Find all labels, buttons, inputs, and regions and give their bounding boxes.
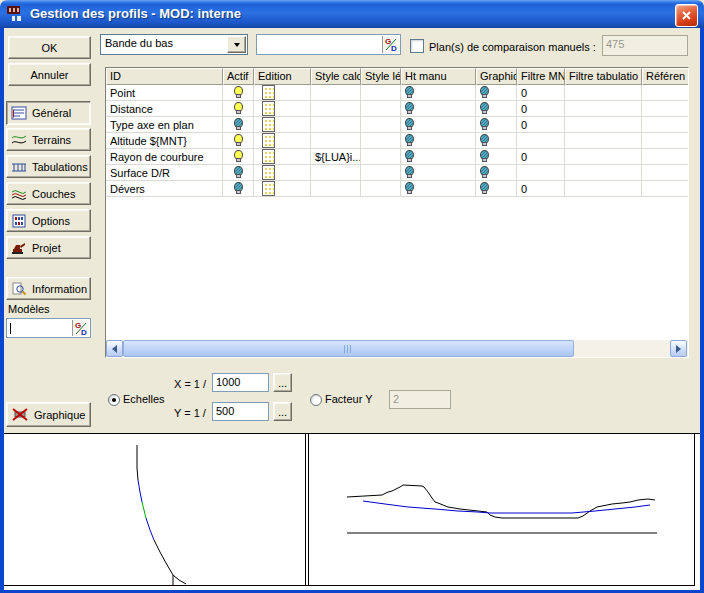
bulb-off-icon[interactable] xyxy=(405,102,414,115)
column-header[interactable]: Filtre tabulatio xyxy=(565,68,642,85)
bulb-on-icon[interactable] xyxy=(234,86,243,99)
bulb-off-icon[interactable] xyxy=(405,150,414,163)
cell-reference xyxy=(642,181,689,197)
table-row[interactable]: Altitude ${MNT} xyxy=(106,133,688,149)
column-header[interactable]: Référen xyxy=(642,68,689,85)
bulb-off-icon[interactable] xyxy=(480,182,489,195)
bulb-on-icon[interactable] xyxy=(234,150,243,163)
bulb-off-icon[interactable] xyxy=(234,118,243,131)
edit-grid-icon[interactable] xyxy=(262,149,275,164)
cell-edition xyxy=(254,101,311,117)
bulb-off-icon[interactable] xyxy=(480,150,489,163)
echelles-label: Echelles xyxy=(123,393,165,405)
column-header[interactable]: Graphiq xyxy=(476,68,517,85)
close-button[interactable] xyxy=(675,4,698,27)
comparison-plans-input: 475 xyxy=(602,35,688,56)
bulb-off-icon[interactable] xyxy=(480,166,489,179)
cell-filtre-mnt xyxy=(517,133,565,149)
table-row[interactable]: Dévers0 xyxy=(106,181,688,197)
edit-grid-icon[interactable] xyxy=(262,85,275,100)
comparison-plans-checkbox[interactable] xyxy=(410,39,424,53)
modeles-input[interactable]: G D xyxy=(6,318,91,338)
cell-id[interactable]: Point xyxy=(106,85,223,101)
column-header[interactable]: Style calc xyxy=(311,68,361,85)
facteur-y-label: Facteur Y xyxy=(325,393,373,405)
cell-id[interactable]: Distance xyxy=(106,101,223,117)
table-header-row: IDActifEditionStyle calcStyle léHt manuG… xyxy=(106,68,688,85)
options-icon xyxy=(11,214,27,228)
tab-options-label: Options xyxy=(32,215,70,227)
bulb-off-icon[interactable] xyxy=(480,118,489,131)
tab-couches[interactable]: Couches xyxy=(6,182,91,205)
band-dropdown[interactable]: Bande du bas xyxy=(100,34,248,55)
bulb-off-icon[interactable] xyxy=(234,166,243,179)
table-row[interactable]: Rayon de courbure${LUA}i...0 xyxy=(106,149,688,165)
tab-tabulations[interactable]: Tabulations xyxy=(6,155,91,178)
echelles-radio[interactable] xyxy=(108,394,120,406)
cell-style-calc xyxy=(311,85,361,101)
cancel-button[interactable]: Annuler xyxy=(8,63,91,86)
bulb-on-icon[interactable] xyxy=(234,134,243,147)
column-header[interactable]: ID xyxy=(106,68,223,85)
bulb-off-icon[interactable] xyxy=(405,166,414,179)
column-header[interactable]: Style lé xyxy=(361,68,401,85)
column-header[interactable]: Actif xyxy=(223,68,254,85)
column-header[interactable]: Filtre MN xyxy=(517,68,565,85)
bulb-off-icon[interactable] xyxy=(234,182,243,195)
cell-actif xyxy=(223,165,254,181)
cell-id[interactable]: Rayon de courbure xyxy=(106,149,223,165)
table-row[interactable]: Surface D/R xyxy=(106,165,688,181)
scroll-right-button[interactable] xyxy=(670,340,687,357)
edit-grid-icon[interactable] xyxy=(262,181,275,196)
cell-id[interactable]: Dévers xyxy=(106,181,223,197)
modeles-gd-picker-button[interactable]: G D xyxy=(72,320,89,336)
edit-grid-icon[interactable] xyxy=(262,117,275,132)
tab-general[interactable]: Général xyxy=(6,101,91,125)
tab-options[interactable]: Options xyxy=(6,209,91,232)
title-bar[interactable]: Gestion des profils - MOD: interne xyxy=(0,0,704,28)
information-icon xyxy=(11,282,27,296)
ok-button[interactable]: OK xyxy=(8,36,91,59)
gd-picker-button[interactable]: G D xyxy=(382,36,399,53)
cell-filtre-mnt: 0 xyxy=(517,149,565,165)
band-dropdown-value: Bande du bas xyxy=(105,37,173,49)
scale-x-browse-button[interactable]: ... xyxy=(273,373,292,392)
bulb-off-icon[interactable] xyxy=(480,134,489,147)
bulb-off-icon[interactable] xyxy=(405,86,414,99)
bulb-off-icon[interactable] xyxy=(405,134,414,147)
cell-id[interactable]: Type axe en plan xyxy=(106,117,223,133)
bulb-off-icon[interactable] xyxy=(480,86,489,99)
column-header[interactable]: Edition xyxy=(254,68,311,85)
edit-grid-icon[interactable] xyxy=(262,165,275,180)
tab-terrains[interactable]: Terrains xyxy=(6,128,91,151)
edit-grid-icon[interactable] xyxy=(262,101,275,116)
scale-x-label: X = 1 / xyxy=(174,378,206,390)
edit-grid-icon[interactable] xyxy=(262,133,275,148)
column-header[interactable]: Ht manu xyxy=(401,68,476,85)
table-row[interactable]: Point0 xyxy=(106,85,688,101)
scrollbar-thumb[interactable] xyxy=(123,340,574,357)
scale-x-input[interactable]: 1000 xyxy=(212,373,269,392)
facteur-y-radio[interactable] xyxy=(310,394,322,406)
layers-icon xyxy=(11,187,27,201)
bulb-off-icon[interactable] xyxy=(405,182,414,195)
scroll-left-button[interactable] xyxy=(106,340,123,357)
scale-y-browse-button[interactable]: ... xyxy=(273,402,292,421)
information-button[interactable]: Information xyxy=(6,277,91,300)
tab-projet[interactable]: Projet xyxy=(6,236,91,259)
scale-x-browse-label: ... xyxy=(278,377,287,389)
comparison-plans-label: Plan(s) de comparaison manuels : xyxy=(429,41,596,53)
cell-id[interactable]: Altitude ${MNT} xyxy=(106,133,223,149)
band-dropdown-arrow-button[interactable] xyxy=(227,36,246,53)
table-row[interactable]: Type axe en plan0 xyxy=(106,117,688,133)
bulb-on-icon[interactable] xyxy=(234,102,243,115)
bulb-off-icon[interactable] xyxy=(480,102,489,115)
band-name-input[interactable]: G D xyxy=(256,34,401,55)
graphique-button[interactable]: Graphique xyxy=(6,402,91,427)
bulb-off-icon[interactable] xyxy=(405,118,414,131)
scale-y-input[interactable]: 500 xyxy=(212,402,269,421)
cell-style-legende xyxy=(361,117,401,133)
cell-id[interactable]: Surface D/R xyxy=(106,165,223,181)
table-row[interactable]: Distance0 xyxy=(106,101,688,117)
horizontal-scrollbar[interactable] xyxy=(106,340,688,357)
